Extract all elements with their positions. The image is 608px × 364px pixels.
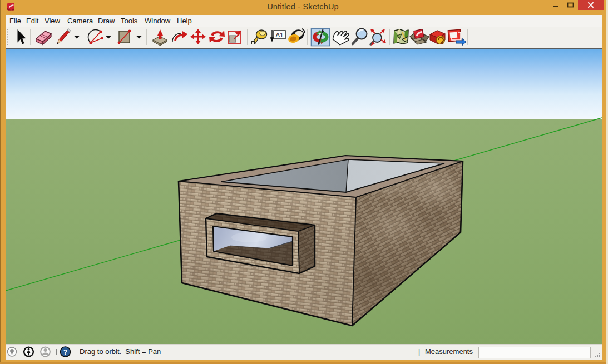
svg-text:?: ? (63, 348, 67, 356)
svg-text:A1: A1 (275, 32, 283, 38)
